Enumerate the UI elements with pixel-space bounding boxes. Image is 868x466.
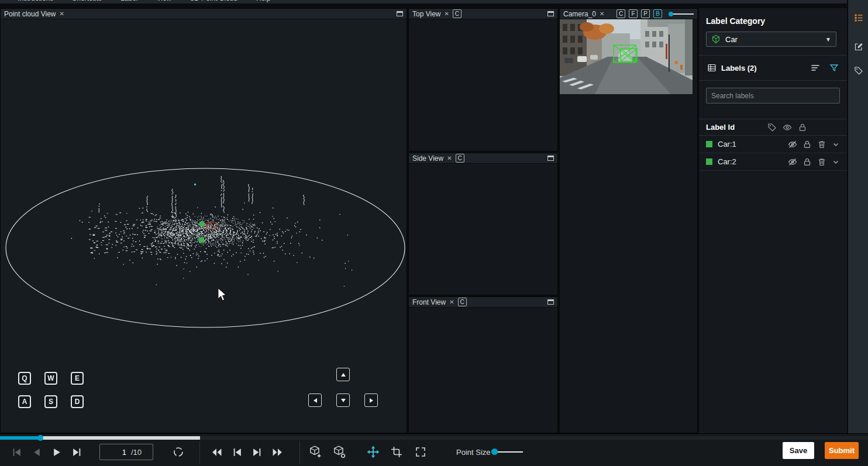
label-id-heading: Label Id — [706, 123, 735, 132]
eye-icon[interactable] — [783, 123, 792, 132]
pan-up-button[interactable] — [336, 368, 350, 381]
submit-button[interactable]: Submit — [825, 442, 859, 459]
close-icon[interactable]: ✕ — [449, 299, 454, 305]
label-sidebar: Label Category Car ▼ Labels (2) — [698, 8, 847, 433]
lock-icon[interactable] — [798, 123, 807, 132]
top-view-header: Top View ✕ C — [409, 9, 557, 19]
label-row-car1[interactable]: Car:1 — [699, 136, 847, 153]
close-icon[interactable]: ✕ — [60, 11, 64, 17]
key-s[interactable]: S — [44, 395, 57, 408]
window-restore-icon[interactable] — [547, 299, 554, 305]
center-view-button[interactable]: C — [453, 9, 461, 18]
panel-title: Top View — [412, 10, 440, 18]
fast-backward-button[interactable] — [211, 447, 222, 457]
skip-to-first-frame-button[interactable] — [12, 447, 22, 457]
play-button[interactable] — [52, 447, 62, 457]
move-icon — [367, 446, 380, 458]
fullscreen-button[interactable] — [415, 446, 426, 458]
cuboid-settings-button[interactable] — [332, 445, 346, 459]
window-restore-icon[interactable] — [547, 156, 554, 161]
next-frame-button[interactable] — [72, 447, 82, 457]
menu-item-3d-point-cloud[interactable]: 3D Point Cloud — [190, 0, 237, 2]
cube-icon — [711, 34, 721, 44]
point-size-label: Point Size — [456, 448, 491, 457]
key-e[interactable]: E — [71, 372, 84, 385]
close-icon[interactable]: ✕ — [600, 11, 604, 17]
window-restore-icon[interactable] — [397, 11, 403, 16]
label-row-car2[interactable]: Car:2 — [699, 153, 847, 171]
camera-c-button[interactable]: C — [616, 9, 625, 18]
panel-title: Point cloud View — [4, 10, 56, 18]
menu-item-label[interactable]: Label — [120, 0, 137, 2]
previous-frame-button[interactable] — [32, 447, 42, 457]
menu-item-help[interactable]: Help — [256, 0, 271, 2]
fast-forward-icon — [272, 447, 283, 457]
key-q[interactable]: Q — [18, 372, 31, 385]
labels-count-heading: Labels (2) — [721, 64, 757, 73]
label-category-select[interactable]: Car ▼ — [706, 32, 836, 47]
fast-forward-button[interactable] — [272, 447, 283, 457]
labels-section-header: Labels (2) — [699, 56, 847, 80]
camera-b-button[interactable]: B — [653, 9, 662, 18]
pan-down-button[interactable] — [336, 393, 350, 407]
next-icon — [72, 447, 82, 457]
chevron-down-icon[interactable] — [832, 158, 840, 166]
annotation-app: Instructions Shortcuts Label View 3D Poi… — [0, 0, 868, 466]
selected-category: Car — [725, 35, 738, 44]
move-tool-button[interactable] — [367, 446, 380, 458]
step-forward-button[interactable] — [252, 447, 262, 457]
top-view-viewport[interactable] — [409, 19, 557, 151]
key-w[interactable]: W — [44, 372, 57, 385]
front-view-viewport[interactable] — [409, 308, 557, 433]
caret-down-icon: ▼ — [825, 36, 831, 43]
point-cloud-viewport[interactable]: Q W E A S D — [1, 19, 407, 433]
chevron-down-icon[interactable] — [832, 140, 840, 149]
window-restore-icon[interactable] — [547, 11, 554, 16]
tag-icon — [854, 66, 863, 75]
menu-item-instructions[interactable]: Instructions — [18, 0, 53, 2]
menu-item-shortcuts[interactable]: Shortcuts — [72, 0, 102, 2]
spinner-icon — [173, 446, 184, 458]
camera-image[interactable] — [560, 19, 693, 94]
key-a[interactable]: A — [18, 395, 31, 408]
front-view-panel: Front View ✕ C — [408, 296, 558, 433]
eye-off-icon[interactable] — [788, 140, 797, 149]
close-icon[interactable]: ✕ — [444, 11, 449, 17]
trash-icon[interactable] — [817, 140, 826, 149]
label-list-icon — [854, 13, 863, 22]
slider-knob[interactable] — [669, 12, 673, 16]
pan-left-button[interactable] — [308, 393, 322, 407]
lock-icon[interactable] — [802, 140, 812, 149]
search-labels-input[interactable] — [706, 88, 840, 103]
label-category-heading: Label Category — [706, 16, 840, 26]
tags-panel-toggle[interactable] — [852, 64, 864, 77]
frame-number-input[interactable] — [111, 448, 126, 457]
point-size-knob[interactable] — [491, 448, 498, 455]
camera-p-button[interactable]: P — [641, 9, 650, 18]
trash-icon[interactable] — [817, 157, 826, 167]
eye-off-icon[interactable] — [788, 157, 797, 167]
previous-icon — [32, 447, 42, 457]
tag-icon[interactable] — [767, 123, 777, 132]
crop-tool-button[interactable] — [391, 446, 402, 458]
center-view-button[interactable]: C — [456, 154, 464, 163]
close-icon[interactable]: ✕ — [447, 156, 452, 161]
menu-item-view[interactable]: View — [156, 0, 171, 2]
sort-icon[interactable] — [811, 63, 820, 73]
lock-icon[interactable] — [802, 157, 812, 167]
side-view-viewport[interactable] — [409, 164, 557, 295]
center-view-button[interactable]: C — [458, 298, 467, 306]
edit-annotations-toggle[interactable] — [852, 40, 864, 53]
add-cuboid-button[interactable] — [308, 445, 322, 459]
timeline-scrubber[interactable] — [0, 436, 868, 440]
pan-right-button[interactable] — [364, 393, 378, 407]
key-d[interactable]: D — [71, 395, 84, 408]
scrub-knob[interactable] — [37, 435, 43, 441]
save-button[interactable]: Save — [783, 442, 814, 459]
filter-icon[interactable] — [829, 63, 839, 73]
side-view-header: Side View ✕ C — [409, 153, 557, 164]
step-back-button[interactable] — [232, 447, 242, 457]
camera-f-button[interactable]: F — [629, 9, 638, 18]
labels-panel-toggle[interactable] — [852, 11, 864, 23]
camera-opacity-slider[interactable] — [669, 13, 694, 15]
